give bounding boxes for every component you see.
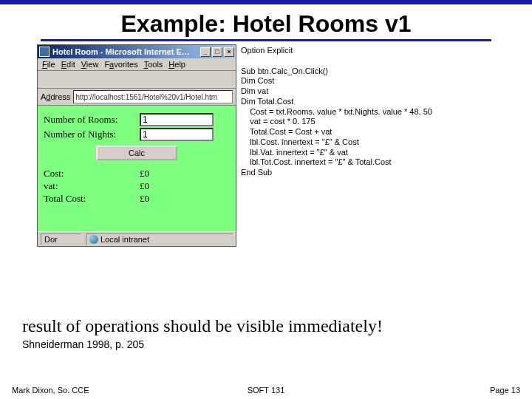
footer-right: Page 13 bbox=[490, 386, 520, 395]
menu-view[interactable]: View bbox=[81, 60, 99, 69]
total-row: Total Cost: £0 bbox=[44, 193, 230, 205]
browser-viewport: Number of Rooms: Number of Nights: Calc … bbox=[38, 106, 236, 231]
vat-label: vat: bbox=[44, 180, 140, 192]
status-right-cell: Local intranet bbox=[86, 233, 233, 245]
title-underline bbox=[41, 39, 491, 41]
calc-button[interactable]: Calc bbox=[96, 146, 177, 160]
code-line: lbl.Vat. innertext = "£" & vat bbox=[241, 148, 348, 157]
browser-window: Hotel Room - Microsoft Internet E… _ □ ×… bbox=[37, 44, 236, 247]
toolbar-back-button[interactable] bbox=[41, 72, 55, 87]
vat-row: vat: £0 bbox=[44, 180, 230, 192]
content-row: Hotel Room - Microsoft Internet E… _ □ ×… bbox=[0, 44, 532, 247]
code-line: Dim Cost bbox=[241, 76, 274, 85]
status-right-text: Local intranet bbox=[100, 235, 149, 244]
rooms-label: Number of Rooms: bbox=[44, 114, 140, 126]
conclusion-text: result of operations should be visible i… bbox=[22, 316, 383, 336]
menu-favorites[interactable]: Favorites bbox=[104, 60, 137, 69]
cost-label: Cost: bbox=[44, 168, 140, 180]
citation-text: Shneiderman 1998, p. 205 bbox=[22, 338, 144, 350]
maximize-button[interactable]: □ bbox=[212, 47, 222, 57]
menu-tools[interactable]: Tools bbox=[144, 60, 163, 69]
address-url: http://localhost:1561/Hotel%20v1/Hotel.h… bbox=[75, 93, 217, 101]
calc-row: Calc bbox=[44, 146, 230, 160]
minimize-button[interactable]: _ bbox=[200, 47, 211, 57]
toolbar-home-button[interactable] bbox=[112, 72, 126, 87]
code-line: Dim Total.Cost bbox=[241, 97, 293, 106]
cost-row: Cost: £0 bbox=[44, 168, 230, 180]
slide-title: Example: Hotel Rooms v1 bbox=[0, 10, 532, 38]
nights-row: Number of Nights: bbox=[44, 128, 230, 141]
code-line: Dim vat bbox=[241, 86, 268, 95]
browser-addressbar: Address http://localhost:1561/Hotel%20v1… bbox=[38, 89, 236, 106]
toolbar-forward-button[interactable] bbox=[58, 72, 73, 87]
code-line: vat = cost * 0. 175 bbox=[241, 117, 316, 126]
toolbar-stop-button[interactable] bbox=[76, 72, 91, 87]
status-left-cell: Dor bbox=[41, 233, 81, 245]
menu-help[interactable]: Help bbox=[168, 60, 185, 69]
footer-left: Mark Dixon, So. CCE bbox=[12, 386, 89, 395]
browser-toolbar bbox=[38, 71, 236, 89]
slide-top-bar bbox=[0, 0, 532, 4]
code-listing: Option Explicit Sub btn.Calc_On.Click() … bbox=[236, 44, 432, 178]
intranet-icon bbox=[89, 235, 98, 244]
code-line: End Sub bbox=[241, 168, 272, 177]
slide-footer: Mark Dixon, So. CCE SOFT 131 Page 13 bbox=[0, 386, 532, 395]
total-value: £0 bbox=[140, 193, 149, 205]
nights-label: Number of Nights: bbox=[44, 129, 140, 140]
nights-input[interactable] bbox=[140, 128, 214, 141]
close-button[interactable]: × bbox=[224, 47, 234, 57]
menu-file[interactable]: File bbox=[42, 60, 55, 69]
ie-icon bbox=[39, 47, 50, 57]
menu-edit[interactable]: Edit bbox=[61, 60, 75, 69]
code-line: Sub btn.Calc_On.Click() bbox=[241, 66, 328, 75]
footer-center: SOFT 131 bbox=[248, 386, 285, 395]
code-line: Total.Cost = Cost + vat bbox=[241, 127, 332, 136]
rooms-row: Number of Rooms: bbox=[44, 113, 230, 126]
code-line: lbl.Cost. innertext = "£" & Cost bbox=[241, 137, 359, 146]
vat-value: £0 bbox=[140, 180, 149, 192]
browser-menubar: File Edit View Favorites Tools Help bbox=[38, 58, 236, 71]
rooms-input[interactable] bbox=[140, 113, 214, 126]
total-label: Total Cost: bbox=[44, 193, 140, 205]
code-line: Cost = txt.Rooms. value * txt.Nights. va… bbox=[241, 107, 432, 116]
toolbar-refresh-button[interactable] bbox=[94, 72, 109, 87]
window-title-text: Hotel Room - Microsoft Internet E… bbox=[52, 47, 190, 56]
address-input[interactable]: http://localhost:1561/Hotel%20v1/Hotel.h… bbox=[73, 90, 233, 103]
browser-titlebar: Hotel Room - Microsoft Internet E… _ □ × bbox=[38, 45, 236, 58]
code-line: Option Explicit bbox=[241, 46, 293, 55]
address-label: Address bbox=[41, 92, 70, 101]
status-left-text: Dor bbox=[44, 235, 58, 244]
browser-statusbar: Dor Local intranet bbox=[38, 231, 236, 246]
code-line: lbl.Tot.Cost. innertext = "£" & Total.Co… bbox=[241, 157, 392, 166]
cost-value: £0 bbox=[140, 168, 149, 180]
